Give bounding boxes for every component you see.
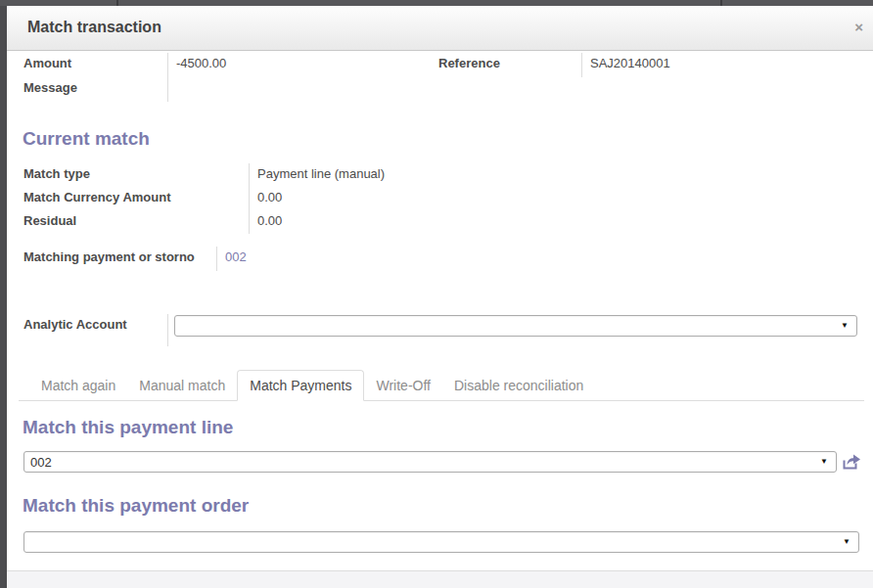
current-match-heading: Current match <box>23 128 873 150</box>
amount-label: Amount <box>23 53 168 77</box>
matching-payment-storno-label: Matching payment or storno <box>23 247 217 271</box>
analytic-group: Analytic Account ▼ <box>7 314 873 346</box>
match-type-row: Match type Payment line (manual) <box>7 163 873 187</box>
tab-manual-match[interactable]: Manual match <box>127 371 237 400</box>
match-currency-amount-label: Match Currency Amount <box>23 187 250 210</box>
tab-write-off[interactable]: Write-Off <box>364 371 442 400</box>
amount-row: Amount -4500.00 <box>7 53 432 77</box>
reference-row: Reference SAJ20140001 <box>432 53 873 77</box>
dropdown-caret-icon: ▼ <box>843 538 850 546</box>
match-payment-order-heading: Match this payment order <box>23 495 873 517</box>
external-link-icon[interactable] <box>842 453 861 471</box>
dropdown-caret-icon: ▼ <box>841 322 849 330</box>
payment-line-select[interactable]: 002 ▼ <box>23 451 837 473</box>
reference-label: Reference <box>438 53 582 77</box>
dialog-header: Match transaction × <box>7 6 873 51</box>
amount-value: -4500.00 <box>168 53 226 74</box>
analytic-account-field: ▼ <box>168 314 857 337</box>
reconcile-tabs: Match again Manual match Match Payments … <box>19 370 864 401</box>
residual-value: 0.00 <box>250 210 282 232</box>
dialog-title: Match transaction <box>27 19 161 36</box>
match-type-label: Match type <box>23 163 250 187</box>
backdrop-left-strip <box>0 6 7 588</box>
residual-row: Residual 0.00 <box>7 210 873 234</box>
close-icon[interactable]: × <box>854 20 863 34</box>
message-row: Message <box>7 77 432 102</box>
analytic-account-label: Analytic Account <box>23 314 168 346</box>
current-match-group: Match type Payment line (manual) Match C… <box>7 163 873 234</box>
dialog-footer <box>7 570 873 588</box>
match-payment-line-heading: Match this payment line <box>23 417 873 438</box>
reference-value: SAJ20140001 <box>582 53 670 74</box>
match-transaction-dialog: Match transaction × Amount -4500.00 Mess… <box>7 6 873 588</box>
match-type-value: Payment line (manual) <box>250 163 385 185</box>
storno-record-link[interactable]: 002 <box>225 249 247 264</box>
screen: Match transaction × Amount -4500.00 Mess… <box>0 0 873 588</box>
dropdown-caret-icon: ▼ <box>820 458 828 466</box>
payment-order-select[interactable]: ▼ <box>23 531 859 553</box>
residual-label: Residual <box>23 210 250 234</box>
fields-column-right: Reference SAJ20140001 <box>432 53 873 102</box>
tab-match-payments[interactable]: Match Payments <box>237 370 364 401</box>
analytic-account-row: Analytic Account ▼ <box>7 314 873 346</box>
tab-match-again[interactable]: Match again <box>29 371 127 400</box>
payment-line-selected-value: 002 <box>30 455 52 470</box>
storno-group: Matching payment or storno 002 <box>7 247 873 272</box>
tab-disable-reconciliation[interactable]: Disable reconciliation <box>442 371 595 400</box>
match-currency-amount-row: Match Currency Amount 0.00 <box>7 187 873 210</box>
message-value <box>168 77 176 84</box>
payment-line-field: 002 ▼ <box>23 451 873 473</box>
analytic-account-select[interactable]: ▼ <box>174 315 857 337</box>
message-label: Message <box>23 77 168 102</box>
match-currency-amount-value: 0.00 <box>250 187 282 208</box>
matching-payment-storno-row: Matching payment or storno 002 <box>7 247 873 272</box>
matching-payment-storno-value: 002 <box>217 247 247 268</box>
transaction-fields: Amount -4500.00 Message Reference SAJ201… <box>7 53 873 102</box>
fields-column-left: Amount -4500.00 Message <box>7 53 432 102</box>
